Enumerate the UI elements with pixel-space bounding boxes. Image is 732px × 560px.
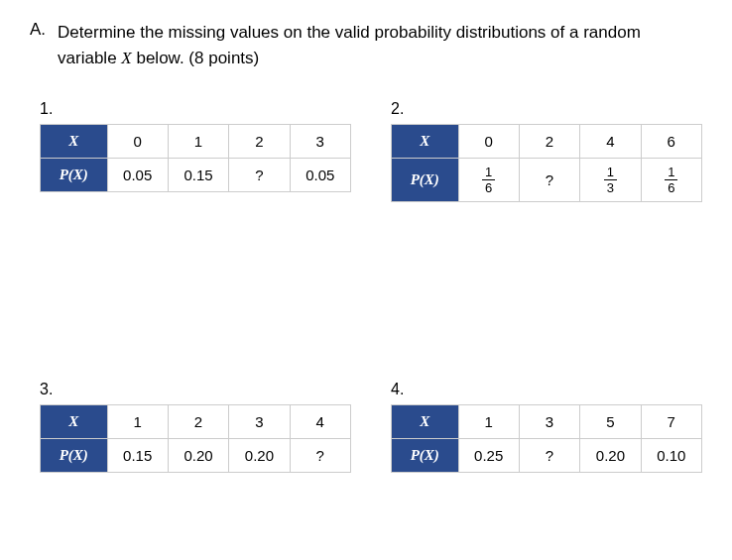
x-value: 7 <box>641 405 701 439</box>
fraction: 1 3 <box>604 166 617 194</box>
p-value-missing: ? <box>519 159 579 202</box>
p-value-missing: ? <box>290 439 350 473</box>
p-value: 0.15 <box>168 159 228 192</box>
table-number: 4. <box>391 381 702 398</box>
fraction-denominator: 6 <box>482 180 495 194</box>
p-value: 0.10 <box>641 439 701 473</box>
p-value: 0.05 <box>290 159 350 192</box>
row-header-px: P(X) <box>41 159 108 192</box>
x-value: 2 <box>168 405 228 439</box>
tables-grid: 1. X 0 1 2 3 P(X) 0.05 0.15 ? 0.05 2. X <box>30 100 702 473</box>
table-row: P(X) 0.15 0.20 0.20 ? <box>41 439 351 473</box>
x-value: 1 <box>107 405 168 439</box>
row-header-x: X <box>41 125 108 159</box>
p-value: 0.25 <box>458 439 519 473</box>
table-block-2: 2. X 0 2 4 6 P(X) 1 6 ? <box>391 100 702 202</box>
fraction-numerator: 1 <box>482 166 495 180</box>
table-row: X 1 3 5 7 <box>392 405 702 439</box>
fraction-denominator: 3 <box>604 180 617 194</box>
table-row: X 0 2 4 6 <box>392 125 702 159</box>
p-value: 0.05 <box>107 159 168 192</box>
row-header-x: X <box>41 405 108 439</box>
p-value: 0.20 <box>168 439 228 473</box>
table-row: X 1 2 3 4 <box>41 405 351 439</box>
p-value: 0.20 <box>229 439 290 473</box>
p-value: 0.15 <box>107 439 168 473</box>
x-value: 4 <box>290 405 350 439</box>
p-value: 0.20 <box>580 439 641 473</box>
question-text-part2: below. (8 points) <box>132 49 260 67</box>
question-header: A. Determine the missing values on the v… <box>30 20 702 70</box>
row-header-px: P(X) <box>392 439 459 473</box>
probability-table-4: X 1 3 5 7 P(X) 0.25 ? 0.20 0.10 <box>391 404 702 473</box>
row-header-px: P(X) <box>41 439 108 473</box>
table-number: 3. <box>40 381 351 398</box>
table-block-1: 1. X 0 1 2 3 P(X) 0.05 0.15 ? 0.05 <box>40 100 351 202</box>
x-value: 3 <box>290 125 350 159</box>
x-value: 1 <box>458 405 519 439</box>
fraction-numerator: 1 <box>665 166 677 180</box>
p-value-missing: ? <box>229 159 290 192</box>
x-value: 6 <box>641 125 701 159</box>
x-value: 0 <box>458 125 519 159</box>
p-value: 1 6 <box>458 159 519 202</box>
row-header-x: X <box>392 405 459 439</box>
fraction-denominator: 6 <box>665 180 677 194</box>
table-row: P(X) 1 6 ? 1 3 1 6 <box>392 159 702 202</box>
x-value: 3 <box>229 405 290 439</box>
p-value: 1 6 <box>641 159 701 202</box>
x-value: 2 <box>229 125 290 159</box>
p-value: 1 3 <box>580 159 641 202</box>
question-text: Determine the missing values on the vali… <box>58 20 702 70</box>
x-value: 4 <box>580 125 641 159</box>
question-letter: A. <box>30 20 46 40</box>
p-value-missing: ? <box>519 439 579 473</box>
probability-table-2: X 0 2 4 6 P(X) 1 6 ? 1 3 <box>391 124 702 202</box>
table-row: P(X) 0.05 0.15 ? 0.05 <box>41 159 351 192</box>
probability-table-3: X 1 2 3 4 P(X) 0.15 0.20 0.20 ? <box>40 404 351 473</box>
table-row: X 0 1 2 3 <box>41 125 351 159</box>
x-value: 3 <box>519 405 579 439</box>
fraction-numerator: 1 <box>604 166 617 180</box>
x-value: 5 <box>580 405 641 439</box>
fraction: 1 6 <box>665 166 677 194</box>
table-block-3: 3. X 1 2 3 4 P(X) 0.15 0.20 0.20 ? <box>40 381 351 473</box>
x-value: 2 <box>519 125 579 159</box>
x-value: 0 <box>107 125 168 159</box>
table-block-4: 4. X 1 3 5 7 P(X) 0.25 ? 0.20 0.10 <box>391 381 702 473</box>
table-number: 1. <box>40 100 351 118</box>
table-row: P(X) 0.25 ? 0.20 0.10 <box>392 439 702 473</box>
question-variable: X <box>121 49 131 67</box>
probability-table-1: X 0 1 2 3 P(X) 0.05 0.15 ? 0.05 <box>40 124 351 192</box>
fraction: 1 6 <box>482 166 495 194</box>
row-header-x: X <box>392 125 459 159</box>
table-number: 2. <box>391 100 702 118</box>
row-header-px: P(X) <box>392 159 459 202</box>
x-value: 1 <box>168 125 228 159</box>
